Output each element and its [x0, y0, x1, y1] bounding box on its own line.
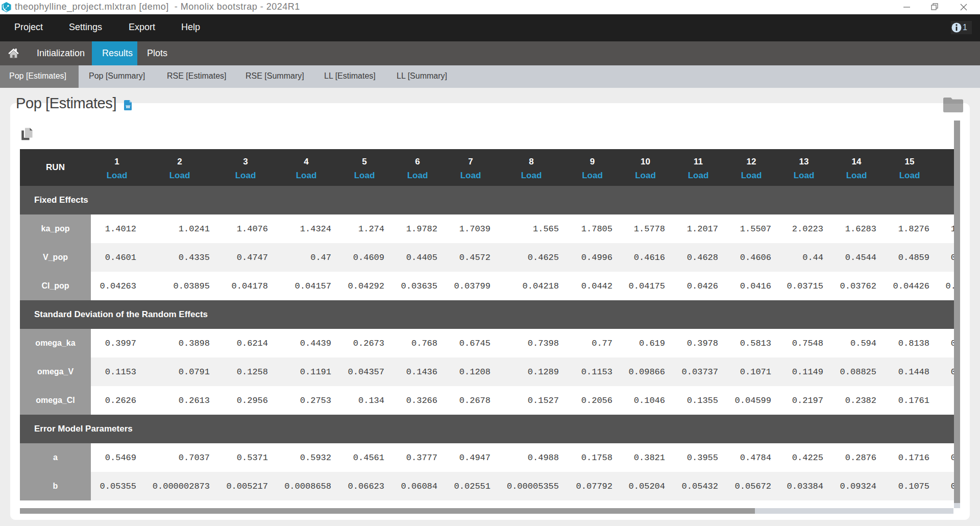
svg-text:w: w — [126, 103, 131, 109]
